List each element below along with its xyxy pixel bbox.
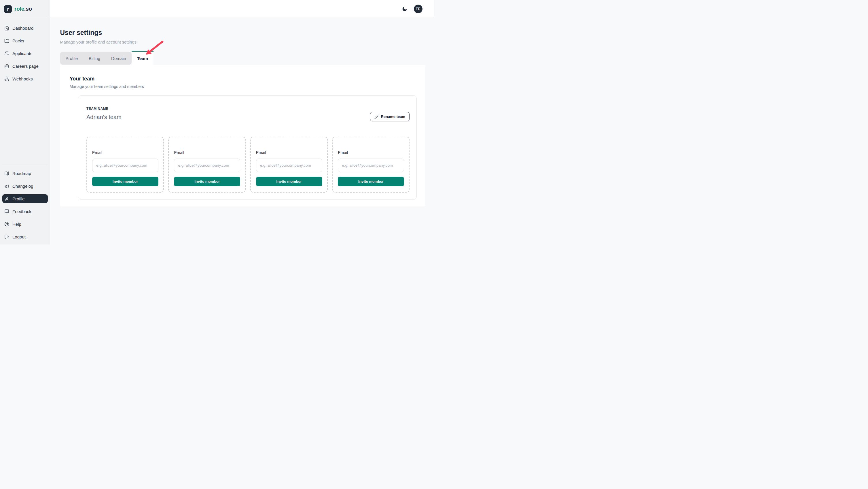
sidebar-item-profile[interactable]: Profile <box>2 194 48 203</box>
webhook-icon <box>4 77 9 81</box>
invite-member-button[interactable]: Invite member <box>92 177 158 186</box>
email-label: Email <box>92 150 158 155</box>
invite-member-card: Email Invite member <box>86 137 164 193</box>
sidebar-item-applicants[interactable]: Applicants <box>2 49 48 58</box>
sidebar-item-roadmap[interactable]: Roadmap <box>2 169 48 178</box>
invite-member-card: Email Invite member <box>168 137 246 193</box>
tab-team[interactable]: Team <box>132 51 154 65</box>
page-subtitle: Manage your profile and account settings <box>60 39 434 45</box>
invite-member-button[interactable]: Invite member <box>338 177 404 186</box>
pencil-icon <box>374 115 378 119</box>
sidebar-item-packs[interactable]: Packs <box>2 36 48 45</box>
email-input[interactable] <box>174 159 240 172</box>
user-icon <box>4 196 9 201</box>
sidebar-nav-main: DashboardPacksApplicantsCareers pageWebh… <box>0 18 50 83</box>
section-title: Your team <box>70 76 425 82</box>
sidebar-item-feedback[interactable]: Feedback <box>2 207 48 216</box>
sidebar-item-webhooks[interactable]: Webhooks <box>2 75 48 83</box>
team-name-label: TEAM NAME <box>86 107 409 111</box>
brand-logo[interactable]: r role.so <box>0 0 50 18</box>
settings-tabs: ProfileBillingDomain Team <box>60 51 434 65</box>
briefcase-icon <box>4 64 9 68</box>
sidebar-nav-footer: RoadmapChangelogProfileFeedbackHelpLogou… <box>0 160 50 244</box>
moon-icon <box>402 6 407 12</box>
tab-content-panel: Your team Manage your team settings and … <box>60 65 425 206</box>
tab-billing[interactable]: Billing <box>83 52 106 65</box>
email-label: Email <box>256 150 322 155</box>
tab-profile[interactable]: Profile <box>60 52 84 65</box>
brand-name: role.so <box>14 6 32 12</box>
email-label: Email <box>338 150 404 155</box>
email-input[interactable] <box>256 159 322 172</box>
invite-member-card: Email Invite member <box>332 137 409 193</box>
sidebar-item-dashboard[interactable]: Dashboard <box>2 24 48 32</box>
invite-row: Email Invite member Email Invite member … <box>86 137 409 193</box>
invite-member-button[interactable]: Invite member <box>174 177 240 186</box>
map-icon <box>4 171 9 176</box>
theme-toggle-button[interactable] <box>402 6 407 12</box>
team-card: TEAM NAME Adrian's team Rename team Emai… <box>78 95 417 200</box>
invite-member-card: Email Invite member <box>250 137 328 193</box>
sidebar-divider-bottom <box>2 164 48 164</box>
sidebar-item-changelog[interactable]: Changelog <box>2 182 48 190</box>
top-bar: TE <box>50 0 434 18</box>
page-title: User settings <box>60 29 434 37</box>
brand-logo-icon: r <box>4 5 12 13</box>
rename-team-button[interactable]: Rename team <box>370 112 409 121</box>
sidebar-item-careers-page[interactable]: Careers page <box>2 62 48 70</box>
sidebar-item-logout[interactable]: Logout <box>2 232 48 241</box>
users-icon <box>4 51 9 56</box>
email-input[interactable] <box>92 159 158 172</box>
sidebar: r role.so DashboardPacksApplicantsCareer… <box>0 0 50 244</box>
main-content: User settings Manage your profile and ac… <box>50 18 434 244</box>
team-name: Adrian's team <box>86 114 409 120</box>
megaphone-icon <box>4 184 9 189</box>
email-label: Email <box>174 150 240 155</box>
home-icon <box>4 26 9 31</box>
sidebar-item-help[interactable]: Help <box>2 220 48 228</box>
avatar[interactable]: TE <box>414 5 423 13</box>
folder-icon <box>4 38 9 43</box>
logout-icon <box>4 234 9 239</box>
email-input[interactable] <box>338 159 404 172</box>
message-icon <box>4 209 9 214</box>
section-subtitle: Manage your team settings and members <box>70 84 425 89</box>
tab-domain[interactable]: Domain <box>106 52 132 65</box>
invite-member-button[interactable]: Invite member <box>256 177 322 186</box>
lifebuoy-icon <box>4 222 9 227</box>
tab-group: ProfileBillingDomain <box>60 52 132 65</box>
